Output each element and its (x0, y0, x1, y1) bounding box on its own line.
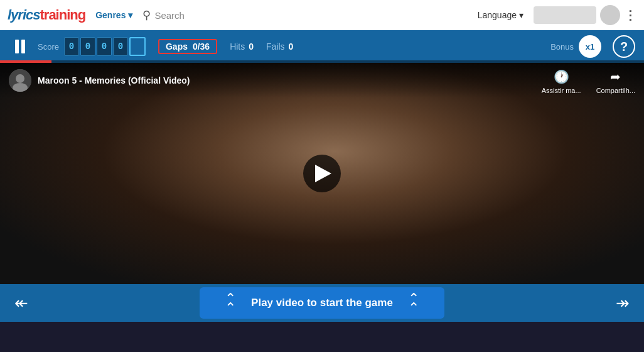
video-title: Maroon 5 - Memories (Official Video) (38, 75, 190, 85)
svg-point-1 (16, 74, 24, 83)
gaps-label: Gaps (166, 41, 188, 52)
search-icon: ⚲ (142, 8, 151, 22)
channel-avatar (9, 69, 31, 92)
prev-arrow-icon: ↞ (14, 294, 28, 313)
video-actions: 🕐 Assistir ma... ➦ Compartilh... (542, 69, 635, 94)
user-progress-bar (534, 6, 596, 24)
user-area: ⋮ (534, 5, 636, 25)
watch-more-label: Assistir ma... (542, 87, 581, 94)
help-button[interactable]: ? (613, 35, 635, 58)
language-button[interactable]: Language ▾ (478, 10, 523, 20)
share-button[interactable]: ➦ Compartilh... (596, 69, 635, 94)
gaps-value: 0/36 (193, 41, 210, 52)
pause-icon (15, 40, 25, 53)
clock-icon: 🕐 (554, 69, 569, 84)
play-prompt: ⌃⌃ Play video to start the game ⌃⌃ (34, 287, 610, 319)
fails-value: 0 (289, 41, 294, 52)
hits-group: Hits 0 (230, 41, 254, 52)
next-arrow-icon: ↠ (616, 294, 630, 313)
fails-label: Fails (266, 41, 285, 52)
chevron-up-left-icon: ⌃⌃ (225, 294, 236, 313)
language-label: Language (478, 10, 517, 20)
play-prompt-text: Play video to start the game (251, 297, 393, 309)
score-box-empty (129, 37, 146, 56)
bottom-bar: ↞ ⌃⌃ Play video to start the game ⌃⌃ ↠ (0, 284, 644, 322)
fails-group: Fails 0 (266, 41, 293, 52)
score-digit-2: 0 (80, 37, 95, 56)
avatar (600, 5, 620, 25)
menu-dots-icon[interactable]: ⋮ (624, 8, 636, 23)
chevron-up-right-icon: ⌃⌃ (408, 294, 419, 313)
logo-training-text: training (40, 7, 86, 23)
genres-label: Genres (95, 10, 126, 20)
score-digit-1: 0 (64, 37, 79, 56)
genres-chevron-icon: ▾ (128, 10, 132, 20)
score-digit-3: 0 (97, 37, 112, 56)
prev-button[interactable]: ↞ (9, 292, 34, 314)
genres-button[interactable]: Genres ▾ (95, 10, 132, 20)
language-chevron-icon: ▾ (519, 10, 523, 20)
header: lyricstraining Genres ▾ ⚲ Search Languag… (0, 0, 644, 30)
hits-value: 0 (249, 41, 254, 52)
logo: lyricstraining (8, 7, 85, 23)
search-placeholder: Search (154, 10, 185, 21)
gaps-box: Gaps 0/36 (158, 39, 217, 54)
next-button[interactable]: ↠ (610, 292, 635, 314)
score-bar: Score 0 0 0 0 Gaps 0/36 Hits 0 Fails 0 B… (0, 30, 644, 63)
logo-lyrics-text: lyrics (8, 7, 40, 23)
play-triangle-icon (315, 165, 331, 182)
play-prompt-inner: ⌃⌃ Play video to start the game ⌃⌃ (200, 287, 444, 319)
score-label: Score (38, 42, 59, 52)
hits-label: Hits (230, 41, 245, 52)
video-background: Maroon 5 - Memories (Official Video) 🕐 A… (0, 63, 644, 284)
share-label: Compartilh... (596, 87, 635, 94)
watch-more-button[interactable]: 🕐 Assistir ma... (542, 69, 581, 94)
video-container[interactable]: Maroon 5 - Memories (Official Video) 🕐 A… (0, 63, 644, 284)
play-button[interactable] (303, 155, 341, 192)
bonus-label: Bonus (550, 42, 574, 52)
bonus-area: Bonus x1 ? (550, 35, 635, 58)
pause-button[interactable] (9, 35, 31, 58)
bonus-badge: x1 (579, 35, 601, 58)
share-icon: ➦ (610, 69, 621, 84)
score-digits: 0 0 0 0 (64, 37, 146, 56)
score-digit-4: 0 (113, 37, 128, 56)
search-area[interactable]: ⚲ Search (142, 8, 467, 22)
